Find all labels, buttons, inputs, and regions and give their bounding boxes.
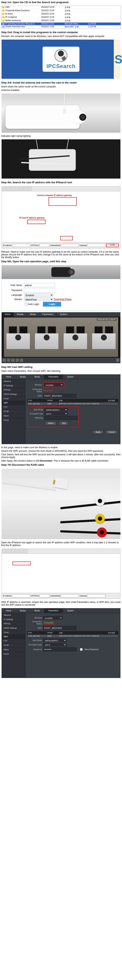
ssid-input[interactable] [43,394,76,398]
wifi-list-row[interactable]: FAST_BOA302 8/8/8 [WPA-PSK-CCMP+TKIP][WP… [28,402,118,405]
auto-login-checkbox[interactable] [25,303,27,305]
stream-select[interactable]: MainFlow [24,298,53,301]
nav-system[interactable]: System [63,375,78,379]
sidebar-item-pppoe[interactable]: PPPOE [2,622,25,626]
enc-select[interactable]: AES [43,643,67,646]
wifi-list-row[interactable]: FAST_BOA302 8/8/8 [WPA-PSK-CCMP+TKIP][WP… [28,635,118,637]
sidebar-item-alarm[interactable]: Alarm [2,414,25,418]
nav-home[interactable]: Home [2,608,16,613]
tab-home[interactable]: Home [2,312,14,317]
show-password-checkbox[interactable] [80,648,83,651]
sidebar-item-rtsp[interactable]: RTSP [2,643,25,648]
authmode-select[interactable]: WPA/WPA2 [43,639,67,642]
toolbar-button[interactable] [28,187,32,191]
stop-icon[interactable] [7,359,10,362]
toolbar-button[interactable] [15,187,19,191]
sidebar-item-ip[interactable]: IP Settings [2,617,25,622]
toolbar-button[interactable] [2,187,6,191]
toolbar-button[interactable] [19,549,23,553]
record-icon[interactable] [16,359,19,362]
port-input[interactable] [39,594,50,597]
file-row[interactable]: Frequently Asked Questions2016/2/2 13:39… [2,9,120,13]
sidebar-item-event[interactable]: Event [2,652,25,656]
toolbar-button[interactable] [19,187,23,191]
login-button[interactable]: Login [43,302,61,307]
sidebar-item-ftp[interactable]: FTP [2,405,25,409]
apply-button[interactable]: Apply [93,430,103,434]
sidebar-item-event[interactable]: Event [2,418,25,422]
sidebar-item-ddns[interactable]: DDNS Settings [2,626,25,630]
sidebar-item-ftp[interactable]: FTP [2,639,25,643]
authmode-select[interactable]: WPA/WPA2 [44,408,68,411]
step3-line2: Antenna Installed [0,88,122,92]
test-button[interactable]: Test [59,422,69,425]
sidebar-item-ddns[interactable]: DDNS Settings [2,392,25,396]
language-select[interactable]: English [24,293,53,297]
tab-replay[interactable]: Replay [14,312,27,317]
tab-media[interactable]: Media [27,312,39,317]
select-button[interactable]: Select [45,422,56,425]
toolbar-button[interactable] [23,187,28,191]
sidebar-item-email[interactable]: Email [2,630,25,635]
wifi-scan-list[interactable]: SSID BSSID 加密 信号强度 FAST_BOA302 8/8/8 [WP… [27,631,118,638]
sidebar-item-wifi[interactable]: WIFI [2,401,25,405]
wpakey-input[interactable] [44,416,78,420]
toolbar-button[interactable] [6,549,10,553]
username-input[interactable] [24,283,55,287]
file-row[interactable]: CMS2016/2/2 13:39文件夹 [2,6,120,9]
toolbar-button[interactable] [11,549,15,553]
sidebar-item-rtsp[interactable]: RTSP [2,409,25,414]
password-input[interactable] [43,648,76,651]
tool-grid[interactable] [2,554,120,593]
toolbar-button[interactable] [15,549,19,553]
nav-replay[interactable]: Replay [16,608,30,613]
ip-input[interactable] [12,594,30,597]
wifi-scan-list[interactable]: SSID BSSID 加密 信号强度 FAST_BOA302 8/8/8 [WP… [27,399,118,405]
wireless-select[interactable]: enable [43,616,63,619]
modify-button[interactable]: Modify [106,243,119,247]
tab-parameters[interactable]: Parameters [39,312,57,317]
nav-parameters[interactable]: Parameters [44,608,63,613]
nav-media[interactable]: Media [30,375,44,379]
play-icon[interactable] [3,359,6,362]
subnet-input[interactable] [61,244,79,247]
nav-replay[interactable]: Replay [16,375,30,379]
file-row[interactable]: Simple instruction.docx2016/2/2 13:38Wor… [2,25,120,29]
fullscreen-icon[interactable] [116,359,119,362]
file-row-selected[interactable]: IP operating instruction Manual (e...201… [2,22,120,25]
snapshot-icon[interactable] [11,359,14,362]
file-row[interactable]: IE Active2016/2/2 13:39文件夹 [2,13,120,16]
gateway-input[interactable] [88,594,105,597]
video-feed[interactable]: 2016-02-03 11:50:47 [4,318,118,357]
file-row[interactable]: Mobile monitoring2016/2/2 13:39文件夹 [2,19,120,22]
password-input[interactable] [24,288,55,293]
nav-home[interactable]: Home [2,375,16,379]
toolbar-button[interactable] [6,187,10,191]
tool-grid[interactable]: Control computer IP address gateway IP C… [2,191,120,242]
enc-select[interactable]: AES [44,412,68,415]
sidebar-item-alarm[interactable]: Alarm [2,648,25,652]
nav-media[interactable]: Media [30,608,44,613]
toolbar-button[interactable] [2,549,6,553]
sidebar-item-ip[interactable]: IP Settings [2,383,25,388]
file-row[interactable]: IP ConfigTool2016/2/2 13:39文件夹 [2,16,120,19]
download-player-link[interactable]: Download Player [54,298,72,301]
ip-input[interactable] [12,244,30,247]
ssid-input[interactable] [43,626,76,630]
nav-system[interactable]: System [63,608,78,613]
gateway-input[interactable] [88,244,105,247]
subnet-input[interactable] [61,594,79,597]
toolbar-button[interactable] [23,549,28,553]
sidebar-item-network[interactable]: Network [2,379,25,383]
nav-parameters[interactable]: Parameters [44,375,63,379]
sidebar-item-wifi[interactable]: WIFI [2,635,25,639]
cancel-button[interactable]: Cancel [106,430,117,434]
audio-icon[interactable] [20,359,23,362]
toolbar-button[interactable] [11,187,15,191]
sidebar-item-pppoe[interactable]: PPPOE [2,388,25,392]
sidebar-item-email[interactable]: Email [2,396,25,401]
wireless-select[interactable]: enable [44,383,63,386]
tab-system[interactable]: System [56,312,70,317]
port-input[interactable] [39,244,50,247]
sidebar-item-network[interactable]: Network [2,613,25,617]
